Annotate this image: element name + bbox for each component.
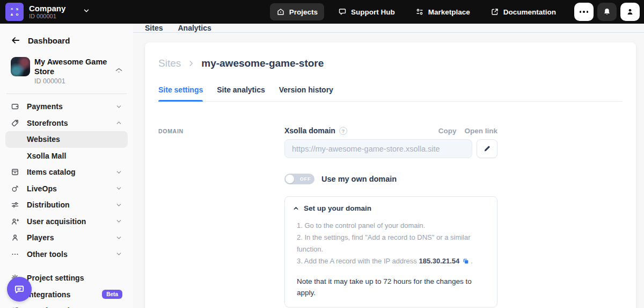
sidebar-item-storefronts[interactable]: Storefronts [5,115,128,132]
user-plus-icon [11,217,19,226]
nav-documentation[interactable]: Documentation [484,3,562,20]
topbar: ×s▲o Company ID 000001 Projects Support … [0,0,644,24]
chat-icon [338,8,347,16]
tab-site-settings[interactable]: Site settings [158,85,203,101]
nav-projects[interactable]: Projects [270,3,324,20]
domain-section: DOMAIN Xsolla domain ? Copy Open link [158,126,623,307]
chevron-down-icon [115,103,122,110]
project-id: ID 000001 [34,77,126,85]
copy-link[interactable]: Copy [438,127,457,135]
chevron-down-icon [115,250,122,257]
back-to-dashboard[interactable]: Dashboard [0,24,133,49]
open-link[interactable]: Open link [464,127,497,135]
account-button[interactable] [620,3,640,21]
chevron-up-icon [292,205,299,212]
setup-note: Note that it may take up to 72 hours for… [297,276,491,298]
sidebar-item-other-tools[interactable]: Other tools [5,246,128,263]
tag-icon [11,119,19,127]
user-icon [626,8,634,16]
chevron-down-icon [115,169,122,176]
company-id: ID 000001 [29,13,65,20]
xsolla-domain-label: Xsolla domain [284,126,335,135]
external-link-icon [491,8,499,16]
wallet-icon [11,102,19,111]
sidebar-item-xsolla-mall[interactable]: Xsolla Mall [5,148,128,164]
top-navigation: Projects Support Hub Marketplace Documen… [270,3,562,20]
bell-icon [603,8,611,16]
sidebar-divider [6,94,127,94]
tab-site-analytics[interactable]: Site analytics [217,85,265,101]
ellipsis-icon [580,11,582,13]
tab-version-history[interactable]: Version history [279,85,333,101]
chevron-up-icon [115,119,122,126]
main-content: Sites Analytics Sites my-awesome-game-st… [133,24,644,308]
copy-ip-icon[interactable] [462,257,470,265]
sliders-icon [11,200,19,209]
sidebar-item-sdk-for-unity[interactable]: SDK for Unity [5,303,128,308]
own-domain-toggle-row: OFF Use my own domain [284,174,497,184]
home-icon [114,67,123,78]
chevron-right-icon [187,60,195,67]
sidebar-item-distribution[interactable]: Distribution [5,197,128,213]
project-name: My Awesome Game Store [34,57,109,76]
chevron-down-icon [115,202,122,209]
chevron-down-icon[interactable] [83,7,90,17]
company-selector[interactable]: ×s▲o Company ID 000001 [5,3,90,21]
chevron-down-icon [115,185,122,192]
chevron-down-icon [115,218,122,225]
setup-domain-accordion: Set up your domain 1. Go to the control … [284,196,497,307]
notifications-button[interactable] [597,3,617,21]
nav-support-hub[interactable]: Support Hub [332,3,401,20]
domain-section-label: DOMAIN [158,126,284,307]
toggle-knob [286,175,294,183]
help-icon[interactable]: ? [339,127,347,135]
xsolla-domain-input[interactable] [284,139,472,158]
setup-title: Set up your domain [304,204,371,212]
xsolla-logo-icon: ×s▲o [5,3,24,21]
chat-fab-button[interactable] [7,277,32,302]
sidebar-item-user-acquisition[interactable]: User acquisition [5,213,128,230]
workspace-tabs: Sites Analytics [133,24,644,33]
setup-accordion-header[interactable]: Set up your domain [291,203,491,212]
chat-bubble-icon [13,283,26,296]
user-icon [11,233,19,242]
breadcrumb-current: my-awesome-game-store [201,58,324,69]
sliders-icon [415,8,424,16]
sidebar-item-players[interactable]: Players [5,230,128,246]
beta-badge: Beta [102,290,122,299]
ip-address: 185.30.21.54 [419,257,459,265]
arrow-left-icon [11,35,20,45]
topbar-actions [574,3,640,21]
pencil-icon [483,145,491,153]
toggle-state-label: OFF [296,174,314,184]
sidebar-item-items-catalog[interactable]: Items catalog [5,164,128,181]
edit-domain-button[interactable] [477,139,497,158]
ellipsis-icon [11,250,19,259]
sidebar: Dashboard My Awesome Game Store ID 00000… [0,24,133,308]
chevron-down-icon [115,234,122,241]
sidebar-item-websites[interactable]: Websites [5,131,128,148]
own-domain-label: Use my own domain [321,175,397,183]
tab-analytics[interactable]: Analytics [178,24,211,32]
site-tabs: Site settings Site analytics Version his… [158,85,623,102]
setup-step-2: 2. In the settings, find "Add a record t… [297,232,491,255]
tab-sites[interactable]: Sites [145,24,163,32]
breadcrumb: Sites my-awesome-game-store [158,58,623,69]
sidebar-item-liveops[interactable]: LiveOps [5,181,128,197]
project-avatar [11,57,30,76]
company-name: Company [29,4,65,13]
bomb-icon [11,184,19,193]
setup-steps: 1. Go to the control panel of your domai… [297,220,491,267]
box-icon [11,168,19,176]
nav-marketplace[interactable]: Marketplace [409,3,477,20]
more-button[interactable] [574,3,594,21]
own-domain-toggle[interactable]: OFF [284,174,314,184]
project-tile[interactable]: My Awesome Game Store ID 000001 [0,49,133,88]
sidebar-item-payments[interactable]: Payments [5,98,128,115]
setup-step-3: 3. Add the A record with the IP address … [297,255,491,267]
setup-step-1: 1. Go to the control panel of your domai… [297,220,491,232]
site-settings-card: Sites my-awesome-game-store Site setting… [145,42,636,308]
breadcrumb-sites[interactable]: Sites [158,58,181,69]
home-icon [276,8,285,16]
